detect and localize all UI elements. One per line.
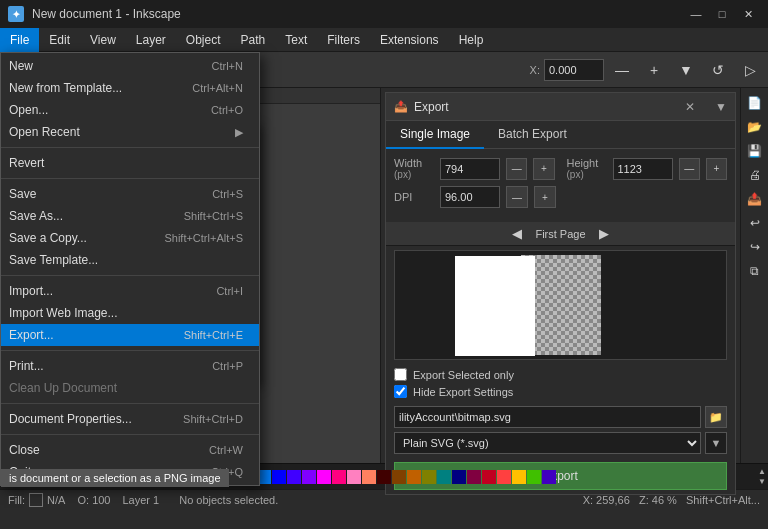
swatch-purple[interactable] [302, 470, 316, 484]
toolbar-minus-btn[interactable]: — [608, 56, 636, 84]
menu-item-text[interactable]: Text [275, 28, 317, 52]
close-window-button[interactable]: ✕ [736, 5, 760, 23]
menu-item-edit[interactable]: Edit [39, 28, 80, 52]
menu-item-path[interactable]: Path [231, 28, 276, 52]
swatch-navy[interactable] [452, 470, 466, 484]
layer-display[interactable]: Layer 1 [122, 494, 159, 506]
right-icon-export[interactable]: 📤 [744, 188, 766, 210]
coord-x-label: X: [530, 64, 540, 76]
page-label: First Page [535, 228, 585, 240]
menu-export[interactable]: Export... Shift+Ctrl+E [1, 324, 259, 346]
menu-revert[interactable]: Revert [1, 152, 259, 174]
minimize-button[interactable]: — [684, 5, 708, 23]
height-label: Height [567, 157, 607, 169]
width-plus-btn[interactable]: + [533, 158, 554, 180]
export-preview [394, 250, 727, 360]
zoom-level: Z: 46 % [639, 494, 677, 506]
prev-page-btn[interactable]: ◀ [507, 224, 527, 244]
right-icon-new[interactable]: 📄 [744, 92, 766, 114]
right-icon-copy[interactable]: ⧉ [744, 260, 766, 282]
palette-down-arrow[interactable]: ▼ [758, 477, 766, 487]
menu-save-template[interactable]: Save Template... [1, 249, 259, 271]
swatch-indigo[interactable] [542, 470, 556, 484]
coord-x-input[interactable] [544, 59, 604, 81]
swatch-gold[interactable] [512, 470, 526, 484]
palette-up-arrow[interactable]: ▲ [758, 467, 766, 477]
browse-button[interactable]: 📁 [705, 406, 727, 428]
menu-item-object[interactable]: Object [176, 28, 231, 52]
menu-import-web[interactable]: Import Web Image... [1, 302, 259, 324]
width-minus-btn[interactable]: — [506, 158, 527, 180]
swatch-brown[interactable] [392, 470, 406, 484]
right-icon-open[interactable]: 📂 [744, 116, 766, 138]
dpi-plus-btn[interactable]: + [534, 186, 556, 208]
export-selected-label[interactable]: Export Selected only [413, 369, 514, 381]
menu-item-file[interactable]: File [0, 28, 39, 52]
menu-close[interactable]: Close Ctrl+W [1, 439, 259, 461]
menu-open-recent[interactable]: Open Recent ▶ [1, 121, 259, 143]
swatch-pink-light[interactable] [347, 470, 361, 484]
format-dropdown-btn[interactable]: ▼ [705, 432, 727, 454]
tab-single-image[interactable]: Single Image [386, 121, 484, 149]
menu-item-layer[interactable]: Layer [126, 28, 176, 52]
swatch-brown-light[interactable] [407, 470, 421, 484]
swatch-maroon[interactable] [467, 470, 481, 484]
zoom-display: X: 259,66 Z: 46 % Shift+Ctrl+Alt... [583, 494, 760, 506]
file-path-input[interactable] [394, 406, 701, 428]
menu-quit[interactable]: Quit Ctrl+Q [1, 461, 259, 483]
menu-divider-2 [1, 178, 259, 179]
menu-item-extensions[interactable]: Extensions [370, 28, 449, 52]
dpi-minus-btn[interactable]: — [506, 186, 528, 208]
toolbar-dropdown-btn[interactable]: ▼ [672, 56, 700, 84]
tab-batch-export[interactable]: Batch Export [484, 121, 581, 149]
toolbar-plus-btn[interactable]: + [640, 56, 668, 84]
menu-item-help[interactable]: Help [449, 28, 494, 52]
swatch-blue[interactable] [272, 470, 286, 484]
format-select[interactable]: Plain SVG (*.svg) Inkscape SVG (*.svg) P… [394, 432, 701, 454]
height-input[interactable] [613, 158, 673, 180]
swatch-crimson[interactable] [482, 470, 496, 484]
menu-new[interactable]: New Ctrl+N [1, 55, 259, 77]
menu-divider-5 [1, 403, 259, 404]
maximize-button[interactable]: □ [710, 5, 734, 23]
right-icon-undo[interactable]: ↩ [744, 212, 766, 234]
right-icon-print[interactable]: 🖨 [744, 164, 766, 186]
swatch-pink[interactable] [332, 470, 346, 484]
menu-print[interactable]: Print... Ctrl+P [1, 355, 259, 377]
toolbar-side-btn[interactable]: ▷ [736, 56, 764, 84]
menu-save-as[interactable]: Save As... Shift+Ctrl+S [1, 205, 259, 227]
swatch-brown-dark[interactable] [377, 470, 391, 484]
hide-settings-checkbox[interactable] [394, 385, 407, 398]
height-minus-btn[interactable]: — [679, 158, 700, 180]
width-input[interactable] [440, 158, 500, 180]
menu-save[interactable]: Save Ctrl+S [1, 183, 259, 205]
export-panel-dropdown-btn[interactable]: ▼ [715, 100, 727, 114]
preview-white-area [455, 256, 535, 356]
right-icon-redo[interactable]: ↪ [744, 236, 766, 258]
swatch-magenta[interactable] [317, 470, 331, 484]
export-selected-checkbox[interactable] [394, 368, 407, 381]
swatch-lime[interactable] [527, 470, 541, 484]
menu-open[interactable]: Open... Ctrl+O [1, 99, 259, 121]
swatch-teal[interactable] [437, 470, 451, 484]
toolbar-reset-btn[interactable]: ↺ [704, 56, 732, 84]
dpi-input[interactable] [440, 186, 500, 208]
menu-doc-properties[interactable]: Document Properties... Shift+Ctrl+D [1, 408, 259, 430]
hide-settings-label[interactable]: Hide Export Settings [413, 386, 513, 398]
menu-save-copy[interactable]: Save a Copy... Shift+Ctrl+Alt+S [1, 227, 259, 249]
fill-swatch[interactable] [29, 493, 43, 507]
export-close-button[interactable]: ✕ [685, 100, 695, 114]
height-plus-btn[interactable]: + [706, 158, 727, 180]
menu-item-filters[interactable]: Filters [317, 28, 370, 52]
swatch-coral[interactable] [497, 470, 511, 484]
next-page-btn[interactable]: ▶ [594, 224, 614, 244]
coord-display-status: X: 259,66 [583, 494, 630, 506]
menu-item-view[interactable]: View [80, 28, 126, 52]
right-icon-save[interactable]: 💾 [744, 140, 766, 162]
menu-import[interactable]: Import... Ctrl+I [1, 280, 259, 302]
menu-new-from-template[interactable]: New from Template... Ctrl+Alt+N [1, 77, 259, 99]
swatch-blue-purple[interactable] [287, 470, 301, 484]
swatch-salmon[interactable] [362, 470, 376, 484]
swatch-olive[interactable] [422, 470, 436, 484]
palette-scroll[interactable]: ▲ ▼ [758, 467, 766, 487]
